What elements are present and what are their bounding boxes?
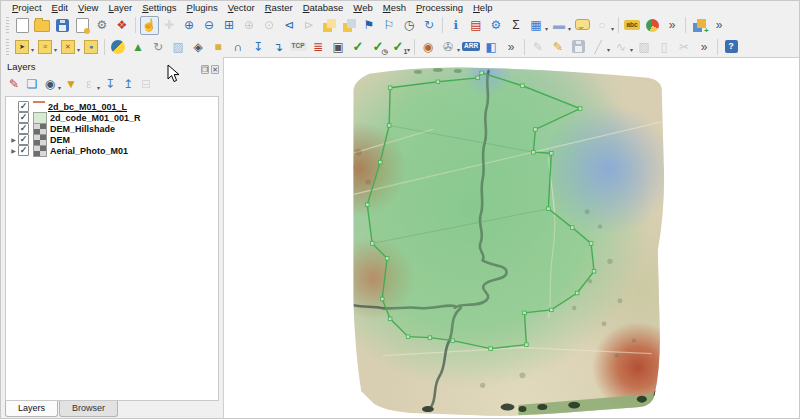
- menu-web[interactable]: Web: [348, 2, 377, 13]
- diagram-options-button[interactable]: [643, 16, 662, 35]
- select-features-by-value-button[interactable]: ≡: [36, 37, 55, 56]
- new-spatial-bookmark-button[interactable]: ⚑: [360, 16, 379, 35]
- new-project-button[interactable]: [13, 16, 32, 35]
- save-project-button[interactable]: [53, 16, 72, 35]
- plugin-screen-button[interactable]: ▣: [329, 37, 348, 56]
- manage-map-themes-button[interactable]: ◉: [42, 76, 59, 92]
- add-group-button[interactable]: ❏: [24, 76, 41, 92]
- plugin-arr-button[interactable]: ARR: [462, 37, 481, 56]
- expand-all-button[interactable]: ↧: [102, 76, 119, 92]
- pan-map-button[interactable]: ☝: [140, 16, 159, 35]
- select-features-button[interactable]: ➤: [13, 37, 32, 56]
- layer-visibility-checkbox[interactable]: ✓: [18, 101, 29, 112]
- dock-tab-browser[interactable]: Browser: [59, 401, 118, 417]
- add-layer-button[interactable]: +: [690, 16, 709, 35]
- new-map-view-button[interactable]: [320, 16, 339, 35]
- menu-mesh[interactable]: Mesh: [378, 2, 411, 13]
- toggle-editing-button[interactable]: ✎: [549, 37, 568, 56]
- pan-to-selection-button: ✚: [160, 16, 179, 35]
- expand-arrow-icon[interactable]: ▶: [9, 136, 18, 143]
- plugin-panel-button[interactable]: ◧: [482, 37, 501, 56]
- new-3d-map-view-button[interactable]: [340, 16, 359, 35]
- select-features-by-value-icon: ≡: [38, 40, 52, 54]
- temporal-controller-button[interactable]: ◷: [400, 16, 419, 35]
- layer-item-dem_hillshade[interactable]: ✓DEM_Hillshade: [6, 123, 218, 134]
- new-print-layout-button[interactable]: [73, 16, 92, 35]
- toolbar-overflow-3-button[interactable]: »: [502, 37, 521, 56]
- menu-edit[interactable]: Edit: [47, 2, 73, 13]
- menu-plugins[interactable]: Plugins: [182, 2, 223, 13]
- check-single-button[interactable]: ✓1: [389, 37, 408, 56]
- map-canvas[interactable]: [223, 57, 799, 418]
- zoom-last-button[interactable]: ⊲: [280, 16, 299, 35]
- menu-database[interactable]: Database: [298, 2, 349, 13]
- refresh-map-button[interactable]: ↻: [420, 16, 439, 35]
- identify-features-button[interactable]: ℹ: [447, 16, 466, 35]
- plugin-tcp-button[interactable]: TCP: [289, 37, 308, 56]
- layer-item-2d_bc_m01_001_l[interactable]: ✓2d_bc_M01_001_L: [6, 101, 218, 112]
- grass-tools-button[interactable]: ∩: [229, 37, 248, 56]
- menu-project[interactable]: Project: [7, 2, 47, 13]
- map-render: [224, 58, 799, 418]
- open-attribute-table-button[interactable]: ▦: [527, 16, 546, 35]
- plugin-attachment-button[interactable]: ✇: [439, 37, 458, 56]
- plugin-animal-button[interactable]: ◉: [419, 37, 438, 56]
- menu-layer[interactable]: Layer: [103, 2, 137, 13]
- download-layer-button[interactable]: ↧: [249, 37, 268, 56]
- menu-processing[interactable]: Processing: [411, 2, 468, 13]
- layer-order-panel-button[interactable]: ≣: [309, 37, 328, 56]
- statistical-summary-button[interactable]: ▤: [467, 16, 486, 35]
- layer-item-2d_code_m01_001_r[interactable]: ✓2d_code_M01_001_R: [6, 112, 218, 123]
- toolbar-overflow-4-button[interactable]: »: [695, 37, 714, 56]
- layer-visibility-checkbox[interactable]: ✓: [18, 123, 29, 134]
- open-project-button[interactable]: [33, 16, 52, 35]
- menu-vector[interactable]: Vector: [223, 2, 260, 13]
- show-layout-manager-button[interactable]: ⚙: [93, 16, 112, 35]
- zoom-in-button[interactable]: ⊕: [180, 16, 199, 35]
- menu-settings[interactable]: Settings: [137, 2, 181, 13]
- zoom-full-button[interactable]: ⊞: [220, 16, 239, 35]
- label-toolbar-button[interactable]: abc: [623, 16, 642, 35]
- toolbar-overflow-1-button[interactable]: »: [663, 16, 682, 35]
- open-project-icon: [34, 20, 50, 32]
- deselect-features-button[interactable]: ✕: [59, 37, 78, 56]
- zoom-out-button[interactable]: ⊖: [200, 16, 219, 35]
- layer-visibility-checkbox[interactable]: ✓: [18, 134, 29, 145]
- show-sum-statistics-button[interactable]: Σ: [507, 16, 526, 35]
- measure-line-button[interactable]: ▬: [550, 16, 569, 35]
- plugin-reload-button[interactable]: ↻: [149, 37, 168, 56]
- toolbar-overflow-2-button[interactable]: »: [710, 16, 729, 35]
- check-validity-button[interactable]: ✓: [349, 37, 368, 56]
- plugin-terrain-button[interactable]: ▲: [129, 37, 148, 56]
- float-panel-button[interactable]: ❐: [201, 65, 209, 74]
- open-layer-styling-panel-button[interactable]: ✎: [6, 76, 23, 92]
- menu-help[interactable]: Help: [468, 2, 498, 13]
- layer-visibility-checkbox[interactable]: ✓: [18, 145, 29, 156]
- show-spatial-bookmarks-button[interactable]: ⚐: [380, 16, 399, 35]
- layer-item-dem[interactable]: ▶✓DEM: [6, 134, 218, 145]
- plugin-cube-button[interactable]: ■: [209, 37, 228, 56]
- check-topology-button[interactable]: ✓◷: [369, 37, 388, 56]
- dock-tab-layers[interactable]: Layers: [5, 401, 58, 417]
- import-layer-button[interactable]: ↴: [269, 37, 288, 56]
- filter-legend-button[interactable]: ▼: [63, 76, 80, 92]
- panel-window-buttons: ❐✕: [199, 58, 219, 76]
- help-button[interactable]: ?: [722, 37, 741, 56]
- menu-raster[interactable]: Raster: [260, 2, 298, 13]
- processing-toolbox-button[interactable]: ⚙: [487, 16, 506, 35]
- select-by-location-button[interactable]: ●: [82, 37, 101, 56]
- layer-visibility-checkbox[interactable]: ✓: [18, 112, 29, 123]
- style-manager-button[interactable]: ❖: [113, 16, 132, 35]
- menu-view[interactable]: View: [73, 2, 103, 13]
- expand-arrow-icon[interactable]: ▶: [9, 147, 18, 154]
- plugin-mesh-button[interactable]: ▨: [169, 37, 188, 56]
- collapse-all-button[interactable]: ↥: [120, 76, 137, 92]
- plugin-profile-button[interactable]: ◈: [189, 37, 208, 56]
- toolbar-row-1: ⚙❖☝✚⊕⊖⊞⊕⊙⊲⊳⚑⚐◷↻ℹ▤⚙Σ▦▾▬▾○▾abc»+»: [1, 14, 799, 36]
- close-panel-button[interactable]: ✕: [211, 65, 219, 74]
- plugin-attachment-icon: ✇: [443, 41, 453, 53]
- map-tips-button[interactable]: [573, 16, 592, 35]
- layer-item-aerial_photo_m01[interactable]: ▶✓Aerial_Photo_M01: [6, 145, 218, 156]
- python-console-button[interactable]: [109, 37, 128, 56]
- plugin-terrain-icon: ▲: [132, 41, 144, 53]
